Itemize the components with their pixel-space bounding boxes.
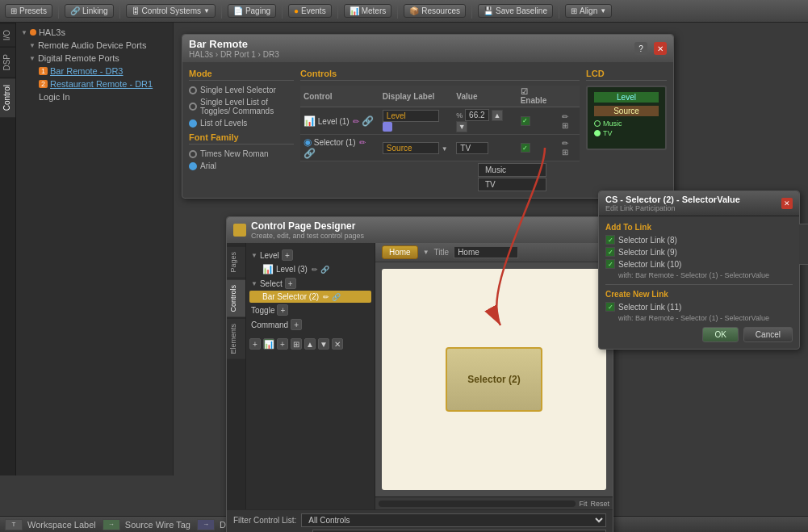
- cpd-tab-elements[interactable]: Elements: [227, 318, 245, 359]
- enable-checkbox[interactable]: ✓: [521, 116, 530, 126]
- level-value-input[interactable]: [465, 109, 489, 121]
- add-btn-7[interactable]: ✕: [332, 338, 343, 350]
- cs-right-tab[interactable]: ge Access: [799, 224, 808, 265]
- close-button[interactable]: ✕: [654, 42, 667, 55]
- restaurant-remote-link[interactable]: Restaurant Remote - DR1: [50, 79, 153, 89]
- title-label: Title: [434, 248, 450, 257]
- controls-table: Control Display Label Value ☑ Enable 📊: [300, 86, 580, 161]
- control-systems-button[interactable]: 🎛 Control Systems ▼: [126, 4, 216, 18]
- lcd-music-radio: [594, 120, 601, 127]
- tree-item-remote-audio[interactable]: ▼ Remote Audio Device Ports: [19, 39, 170, 52]
- tree-item-logic-in[interactable]: Logic In: [19, 90, 170, 103]
- cs-ok-button[interactable]: OK: [702, 327, 738, 342]
- add-toggle-button[interactable]: +: [277, 304, 288, 316]
- color-swatch[interactable]: [383, 122, 392, 132]
- cpd-level-3-edit[interactable]: ✏: [312, 266, 318, 274]
- digital-remote-label: Digital Remote Ports: [38, 53, 119, 63]
- home-button[interactable]: Home: [382, 245, 418, 259]
- lcd-music-option[interactable]: Music: [594, 119, 659, 128]
- cs-link-item-9: ✓ Selector Link (9): [605, 247, 793, 257]
- grid-icon[interactable]: ⊞: [562, 121, 568, 130]
- save-baseline-button[interactable]: 💾 Save Baseline: [478, 4, 553, 18]
- font-arial[interactable]: Arial: [189, 161, 294, 170]
- top-toolbar: ⊞ Presets 🔗 Linking 🎛 Control Systems ▼ …: [0, 0, 808, 23]
- paging-button[interactable]: 📄 Paging: [228, 4, 276, 18]
- cpd-bar-selector-link[interactable]: 🔗: [332, 293, 341, 301]
- add-btn-6[interactable]: ▼: [318, 338, 329, 350]
- cpd-tab-pages[interactable]: Pages: [227, 246, 245, 278]
- source-label-input[interactable]: [383, 142, 439, 154]
- tree-item-hal3s[interactable]: ▼ HAL3s: [19, 26, 170, 39]
- selector-value-input[interactable]: [456, 142, 488, 154]
- cs-checkbox-9[interactable]: ✓: [605, 247, 615, 257]
- mode-single-toggle[interactable]: Single Level List of Toggles/ Commands: [189, 98, 294, 115]
- lcd-tv-option[interactable]: TV: [594, 129, 659, 137]
- h-scrollbar[interactable]: [379, 501, 576, 507]
- tree-item-bar-remote[interactable]: 1 Bar Remote - DR3: [19, 65, 170, 77]
- cs-header: CS - Selector (2) - SelectorValue Edit L…: [599, 191, 799, 216]
- remote-audio-label: Remote Audio Device Ports: [38, 40, 147, 50]
- font-times[interactable]: Times New Roman: [189, 149, 294, 158]
- bar-remote-link[interactable]: Bar Remote - DR3: [50, 66, 123, 76]
- align-button[interactable]: ⊞ Align ▼: [565, 4, 612, 18]
- add-command-button[interactable]: +: [291, 319, 302, 330]
- dropdown-option-tv[interactable]: TV: [478, 178, 546, 191]
- value-down-button[interactable]: ▼: [456, 121, 467, 132]
- add-btn-2[interactable]: 📊: [263, 338, 274, 350]
- add-btn-3[interactable]: +: [277, 338, 288, 350]
- page-title-input[interactable]: [454, 246, 518, 258]
- sep6: [397, 4, 398, 19]
- cpd-tree-select-group[interactable]: ▼ Select +: [249, 276, 371, 291]
- cpd-tab-controls[interactable]: Controls: [227, 279, 245, 317]
- link-ctrl-icon[interactable]: 🔗: [362, 115, 374, 127]
- link-ctrl-icon-2[interactable]: 🔗: [304, 148, 316, 159]
- cpd-tree: ▼ Level + 📊 Level (3) ✏ 🔗 ▼ Select + Bar…: [246, 243, 375, 509]
- grid-icon-2[interactable]: ⊞: [562, 148, 568, 157]
- enable-checkbox-2[interactable]: ✓: [521, 143, 530, 153]
- add-level-button[interactable]: +: [282, 249, 293, 261]
- cs-selector-panel: CS - Selector (2) - SelectorValue Edit L…: [598, 191, 800, 350]
- cs-checkbox-10[interactable]: ✓: [605, 259, 615, 269]
- presets-icon: ⊞: [10, 6, 17, 15]
- add-btn-5[interactable]: ▲: [304, 338, 316, 350]
- help-button[interactable]: ?: [634, 42, 647, 55]
- presets-button[interactable]: ⊞ Presets: [5, 4, 52, 18]
- dropdown-option-music[interactable]: Music: [478, 163, 546, 177]
- pencil-icon[interactable]: ✏: [562, 112, 568, 121]
- cs-checkbox-8[interactable]: ✓: [605, 235, 615, 245]
- sidebar-tab-io[interactable]: I/O: [0, 23, 15, 47]
- sidebar-tab-dsp[interactable]: DSP: [0, 47, 15, 77]
- cs-cancel-button[interactable]: Cancel: [743, 327, 793, 342]
- edit-ctrl-icon[interactable]: ✏: [353, 117, 359, 126]
- value-up-button[interactable]: ▲: [492, 110, 503, 121]
- cpd-tree-command[interactable]: Command +: [249, 317, 371, 332]
- filter-control-select[interactable]: All Controls: [301, 513, 606, 527]
- fit-button[interactable]: Fit: [579, 500, 587, 508]
- tree-item-digital-remote[interactable]: ▼ Digital Remote Ports: [19, 52, 170, 65]
- meters-button[interactable]: 📊 Meters: [344, 4, 392, 18]
- cs-close-button[interactable]: ✕: [781, 198, 793, 209]
- mode-list-levels[interactable]: List of Levels: [189, 119, 294, 128]
- mode-single-level[interactable]: Single Level Selector: [189, 86, 294, 94]
- tree-item-restaurant-remote[interactable]: 2 Restaurant Remote - DR1: [19, 77, 170, 90]
- selector-widget[interactable]: Selector (2): [446, 347, 542, 412]
- reset-button[interactable]: Reset: [590, 500, 609, 508]
- level-label-input[interactable]: [383, 110, 439, 122]
- add-btn-1[interactable]: +: [249, 338, 261, 350]
- cpd-tree-toggle[interactable]: Toggle +: [249, 303, 371, 317]
- sidebar-tab-control[interactable]: Control: [0, 77, 15, 117]
- cpd-tree-bar-selector[interactable]: Bar Selector (2) ✏ 🔗: [249, 291, 371, 303]
- add-btn-4[interactable]: ⊞: [291, 338, 302, 350]
- cpd-bar-selector-edit[interactable]: ✏: [323, 293, 329, 301]
- add-select-button[interactable]: +: [285, 278, 296, 289]
- pencil-icon-2[interactable]: ✏: [562, 139, 568, 148]
- cpd-select-label: Select: [260, 279, 283, 288]
- resources-button[interactable]: 📦 Resources: [404, 4, 466, 18]
- events-button[interactable]: ● Events: [288, 4, 332, 18]
- cpd-tree-level-group[interactable]: ▼ Level +: [249, 248, 371, 262]
- linking-button[interactable]: 🔗 Linking: [65, 4, 114, 18]
- edit-ctrl-icon-2[interactable]: ✏: [359, 138, 366, 147]
- cs-checkbox-11[interactable]: ✓: [605, 302, 615, 312]
- cpd-tree-level-3[interactable]: 📊 Level (3) ✏ 🔗: [249, 262, 371, 276]
- cpd-level-3-link[interactable]: 🔗: [320, 266, 329, 274]
